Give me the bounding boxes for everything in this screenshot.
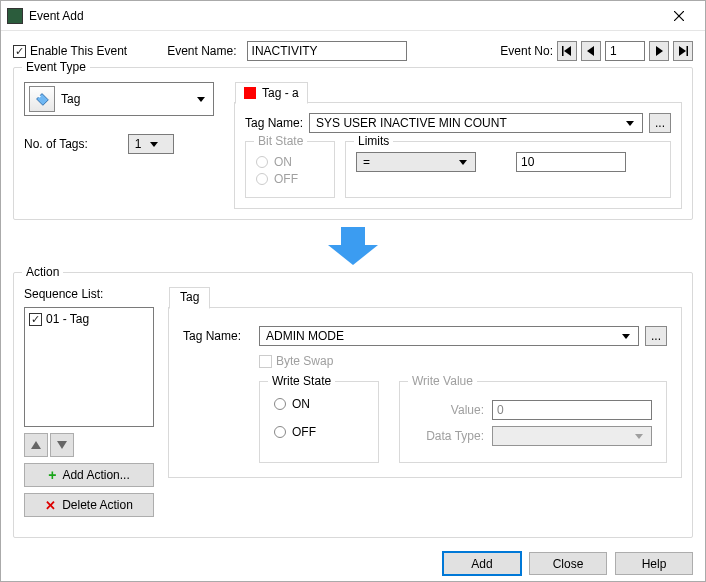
prev-button[interactable] <box>581 41 601 61</box>
limits-value-input[interactable] <box>516 152 626 172</box>
action-tag-name-label: Tag Name: <box>183 329 253 343</box>
tab-action-tag[interactable]: Tag <box>169 287 210 309</box>
enable-event-checkbox[interactable]: Enable This Event <box>13 44 127 58</box>
svg-marker-4 <box>587 46 594 56</box>
move-down-button[interactable] <box>50 433 74 457</box>
svg-marker-11 <box>626 121 634 126</box>
bitstate-off-radio: OFF <box>256 172 324 186</box>
plus-icon: + <box>48 467 56 483</box>
tag-a-panel: Tag - a Tag Name: SYS USER INACTIVE MIN … <box>234 102 682 209</box>
checkbox-icon <box>259 355 272 368</box>
action-legend: Action <box>22 265 63 279</box>
limits-operator-value: = <box>363 155 451 169</box>
event-no-input[interactable] <box>605 41 645 61</box>
event-type-dropdown[interactable]: Tag <box>24 82 214 116</box>
event-name-label: Event Name: <box>167 44 236 58</box>
limits-operator-select[interactable]: = <box>356 152 476 172</box>
chevron-down-icon <box>622 119 638 127</box>
chevron-down-icon <box>193 95 209 103</box>
last-button[interactable] <box>673 41 693 61</box>
first-button[interactable] <box>557 41 577 61</box>
app-icon <box>7 8 23 24</box>
value-label: Value: <box>414 403 484 417</box>
action-fieldset: Action Sequence List: 01 - Tag <box>13 272 693 538</box>
datatype-label: Data Type: <box>414 429 484 443</box>
svg-point-8 <box>38 95 40 97</box>
close-button[interactable] <box>659 2 699 30</box>
checkbox-icon <box>13 45 26 58</box>
event-type-value: Tag <box>61 92 187 106</box>
action-tag-name-value: ADMIN MODE <box>266 329 614 343</box>
list-item[interactable]: 01 - Tag <box>29 312 149 326</box>
add-action-button[interactable]: + Add Action... <box>24 463 154 487</box>
event-type-legend: Event Type <box>22 60 90 74</box>
value-input <box>492 400 652 420</box>
window-title: Event Add <box>29 9 659 23</box>
x-icon: ✕ <box>45 498 56 513</box>
svg-marker-16 <box>57 441 67 449</box>
write-state-on-radio[interactable]: ON <box>274 397 364 411</box>
checkbox-icon <box>29 313 42 326</box>
datatype-select <box>492 426 652 446</box>
event-add-window: Event Add Enable This Event Event Name: … <box>0 0 706 582</box>
chevron-down-icon <box>455 158 471 166</box>
tag-name-value: SYS USER INACTIVE MIN COUNT <box>316 116 618 130</box>
action-tag-name-select[interactable]: ADMIN MODE <box>259 326 639 346</box>
sequence-list-label: Sequence List: <box>24 287 154 301</box>
flow-arrow-icon <box>13 226 693 266</box>
close-footer-button[interactable]: Close <box>529 552 607 575</box>
limits-fieldset: Limits = <box>345 141 671 198</box>
svg-marker-6 <box>679 46 686 56</box>
svg-rect-7 <box>687 46 689 56</box>
event-no-group: Event No: <box>500 41 693 61</box>
write-value-fieldset: Write Value Value: Data Type: <box>399 381 667 463</box>
svg-rect-2 <box>562 46 564 56</box>
bit-state-fieldset: Bit State ON OFF <box>245 141 335 198</box>
chevron-down-icon <box>618 332 634 340</box>
tab-tag-a[interactable]: Tag - a <box>235 82 308 104</box>
chevron-down-icon <box>146 140 162 148</box>
no-of-tags-select[interactable]: 1 <box>128 134 174 154</box>
enable-event-label: Enable This Event <box>30 44 127 58</box>
red-square-icon <box>244 87 256 99</box>
write-state-legend: Write State <box>268 374 335 388</box>
byte-swap-checkbox: Byte Swap <box>259 354 333 368</box>
add-button[interactable]: Add <box>443 552 521 575</box>
move-up-button[interactable] <box>24 433 48 457</box>
bit-state-legend: Bit State <box>254 134 307 148</box>
tag-name-label: Tag Name: <box>245 116 303 130</box>
no-of-tags-label: No. of Tags: <box>24 137 88 151</box>
write-state-fieldset: Write State ON OFF <box>259 381 379 463</box>
write-state-off-radio[interactable]: OFF <box>274 425 364 439</box>
action-tag-panel: Tag Tag Name: ADMIN MODE ... <box>168 307 682 478</box>
titlebar: Event Add <box>1 1 705 31</box>
next-button[interactable] <box>649 41 669 61</box>
write-value-legend: Write Value <box>408 374 477 388</box>
sequence-list[interactable]: 01 - Tag <box>24 307 154 427</box>
action-tag-browse-button[interactable]: ... <box>645 326 667 346</box>
sequence-item-label: 01 - Tag <box>46 312 89 326</box>
delete-action-button[interactable]: ✕ Delete Action <box>24 493 154 517</box>
no-of-tags-value: 1 <box>135 137 142 151</box>
svg-rect-13 <box>341 227 365 245</box>
svg-marker-17 <box>622 334 630 339</box>
chevron-down-icon <box>631 432 647 440</box>
event-no-label: Event No: <box>500 44 553 58</box>
svg-marker-10 <box>150 142 158 147</box>
tag-browse-button[interactable]: ... <box>649 113 671 133</box>
svg-marker-9 <box>197 97 205 102</box>
svg-marker-18 <box>635 434 643 439</box>
tag-icon <box>29 86 55 112</box>
help-button[interactable]: Help <box>615 552 693 575</box>
tag-name-select[interactable]: SYS USER INACTIVE MIN COUNT <box>309 113 643 133</box>
footer: Add Close Help <box>1 546 705 581</box>
event-name-input[interactable] <box>247 41 407 61</box>
svg-marker-3 <box>564 46 571 56</box>
svg-marker-12 <box>459 160 467 165</box>
svg-marker-15 <box>31 441 41 449</box>
tab-tag-a-label: Tag - a <box>262 86 299 100</box>
top-row: Enable This Event Event Name: Event No: <box>13 41 693 61</box>
svg-marker-5 <box>656 46 663 56</box>
event-type-fieldset: Event Type Tag No. of Tags: 1 <box>13 67 693 220</box>
svg-marker-14 <box>328 245 378 265</box>
